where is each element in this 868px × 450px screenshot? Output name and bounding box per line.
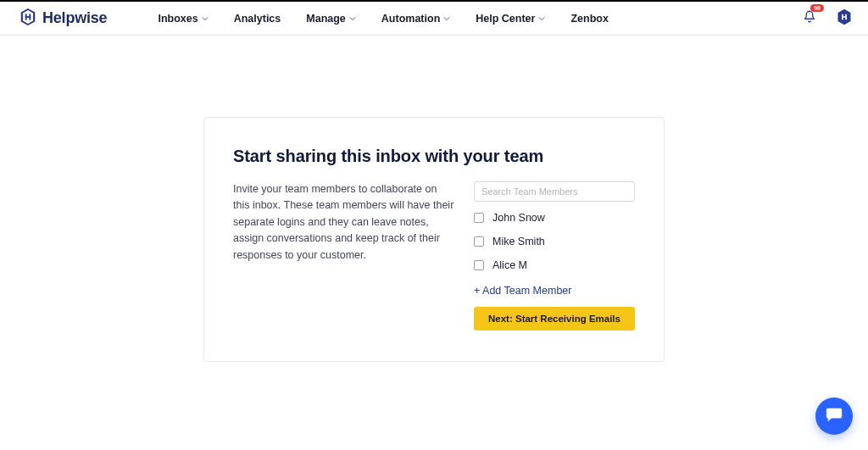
card-title: Start sharing this inbox with your team bbox=[233, 147, 635, 166]
team-select-column: John Snow Mike Smith Alice M + Add Team … bbox=[474, 181, 635, 331]
nav-label: Manage bbox=[306, 13, 346, 25]
nav-label: Inboxes bbox=[158, 13, 198, 25]
next-button[interactable]: Next: Start Receiving Emails bbox=[474, 307, 635, 331]
nav-analytics[interactable]: Analytics bbox=[234, 13, 281, 25]
chat-launcher[interactable] bbox=[815, 397, 853, 435]
stage: Start sharing this inbox with your team … bbox=[0, 36, 868, 362]
chevron-down-icon bbox=[349, 13, 356, 25]
brand-logo-icon bbox=[19, 8, 37, 30]
bell-icon bbox=[802, 13, 817, 27]
search-team-input[interactable] bbox=[474, 181, 635, 202]
member-name: John Snow bbox=[492, 212, 545, 224]
card-description: Invite your team members to collaborate … bbox=[233, 181, 455, 331]
checkbox[interactable] bbox=[474, 213, 484, 223]
chevron-down-icon bbox=[202, 13, 209, 25]
member-name: Mike Smith bbox=[492, 236, 545, 247]
chevron-down-icon bbox=[538, 13, 545, 25]
nav-zenbox[interactable]: Zenbox bbox=[570, 13, 608, 25]
card-body: Invite your team members to collaborate … bbox=[233, 181, 635, 331]
nav-manage[interactable]: Manage bbox=[306, 13, 356, 25]
nav-label: Analytics bbox=[234, 13, 281, 25]
chevron-down-icon bbox=[443, 13, 450, 25]
notification-badge: 98 bbox=[810, 4, 824, 12]
notifications-button[interactable]: 98 bbox=[802, 9, 817, 28]
brand-mark-icon[interactable] bbox=[836, 8, 853, 29]
nav-automation[interactable]: Automation bbox=[381, 13, 450, 25]
checkbox[interactable] bbox=[474, 236, 484, 247]
nav-label: Automation bbox=[381, 13, 440, 25]
nav-help-center[interactable]: Help Center bbox=[476, 13, 545, 25]
nav-inboxes[interactable]: Inboxes bbox=[158, 13, 208, 25]
member-row[interactable]: Mike Smith bbox=[474, 236, 635, 247]
main-nav: Inboxes Analytics Manage Automation Help… bbox=[158, 13, 608, 25]
chat-icon bbox=[825, 405, 843, 427]
member-name: Alice M bbox=[492, 259, 527, 271]
checkbox[interactable] bbox=[474, 260, 484, 270]
add-team-member-link[interactable]: + Add Team Member bbox=[474, 285, 635, 297]
brand-name: Helpwise bbox=[42, 9, 107, 27]
member-row[interactable]: John Snow bbox=[474, 212, 635, 224]
top-nav: Helpwise Inboxes Analytics Manage Automa… bbox=[0, 0, 868, 36]
nav-label: Help Center bbox=[476, 13, 535, 25]
nav-label: Zenbox bbox=[570, 13, 608, 25]
brand-logo[interactable]: Helpwise bbox=[19, 8, 107, 30]
topbar-right: 98 bbox=[802, 8, 853, 29]
share-inbox-card: Start sharing this inbox with your team … bbox=[203, 117, 665, 362]
member-row[interactable]: Alice M bbox=[474, 259, 635, 271]
